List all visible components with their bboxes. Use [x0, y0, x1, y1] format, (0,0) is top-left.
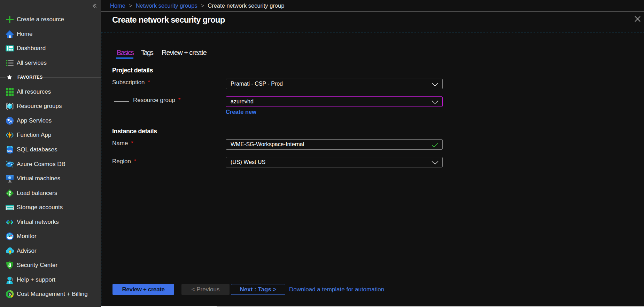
svg-text:SQL: SQL	[7, 150, 13, 152]
svg-text:$: $	[9, 292, 11, 296]
